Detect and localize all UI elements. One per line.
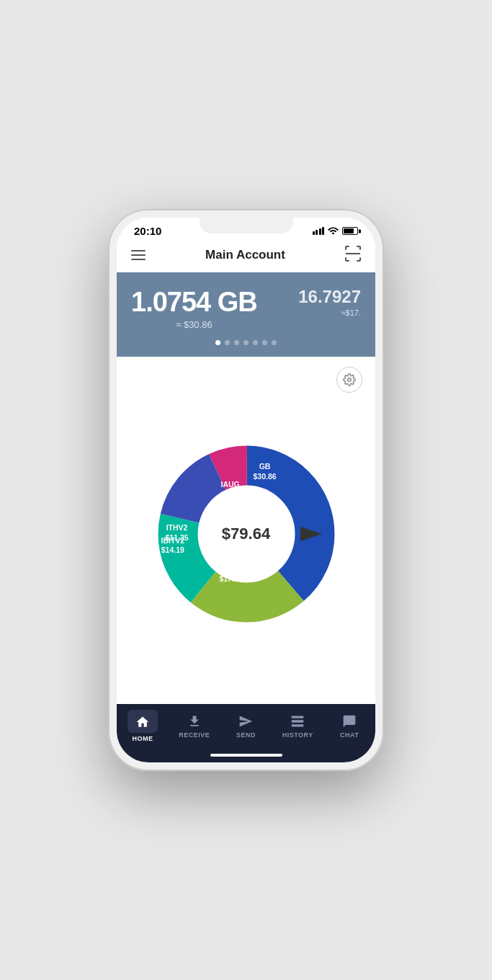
page-title: Main Account — [205, 248, 285, 262]
history-icon — [290, 713, 305, 729]
home-indicator — [210, 754, 282, 757]
dot-3[interactable] — [234, 340, 239, 345]
receive-icon — [187, 713, 202, 729]
nav-item-home[interactable]: HOME — [122, 710, 162, 742]
svg-rect-2 — [292, 716, 304, 718]
settings-button[interactable] — [336, 367, 362, 393]
status-time: 20:10 — [134, 225, 161, 237]
nav-label-history: HISTORY — [282, 731, 313, 739]
signal-icon — [313, 227, 325, 235]
bottom-nav: HOME RECEIVE SEND — [117, 704, 375, 751]
secondary-usd: ≈$17. — [298, 308, 361, 317]
home-icon — [135, 714, 151, 730]
secondary-amount: 16.7927 — [298, 287, 361, 307]
svg-point-1 — [348, 378, 352, 382]
nav-label-receive: RECEIVE — [179, 731, 210, 739]
wifi-icon — [328, 226, 339, 236]
banner-dots — [131, 340, 361, 345]
hamburger-menu-button[interactable] — [131, 250, 146, 260]
app-header: Main Account — [117, 240, 375, 272]
dot-7[interactable] — [272, 340, 277, 345]
donut-center: $79.64 — [207, 494, 286, 574]
dot-6[interactable] — [262, 340, 267, 345]
svg-rect-4 — [292, 724, 304, 726]
total-value: $79.64 — [222, 525, 270, 543]
phone-screen: 20:10 — [117, 218, 375, 762]
phone-frame: 20:10 — [108, 209, 384, 771]
chart-container: $79.64 GB $30.86 IUSDV2 $17.56 IBITV2 $1… — [117, 357, 375, 704]
nav-item-send[interactable]: SEND — [226, 713, 266, 739]
nav-label-home: HOME — [132, 735, 153, 742]
dot-4[interactable] — [243, 340, 249, 345]
send-icon — [238, 713, 254, 729]
primary-amount: 1.0754 GB — [131, 287, 257, 318]
notch — [200, 218, 293, 233]
nav-label-send: SEND — [236, 731, 256, 739]
nav-item-history[interactable]: HISTORY — [278, 713, 318, 739]
dot-1[interactable] — [215, 340, 220, 345]
scan-button[interactable] — [345, 246, 361, 264]
banner: 1.0754 GB ≈ $30.86 16.7927 ≈$17. — [117, 272, 375, 357]
battery-icon — [342, 227, 358, 235]
banner-primary: 1.0754 GB ≈ $30.86 — [131, 287, 257, 330]
donut-chart: $79.64 GB $30.86 IUSDV2 $17.56 IBITV2 $1… — [153, 440, 340, 628]
status-icons — [313, 226, 359, 236]
dot-2[interactable] — [225, 340, 230, 345]
nav-item-chat[interactable]: CHAT — [330, 713, 370, 739]
svg-rect-3 — [292, 720, 304, 722]
bottom-indicator — [117, 751, 375, 762]
nav-item-receive[interactable]: RECEIVE — [174, 713, 214, 739]
nav-label-chat: CHAT — [340, 731, 359, 739]
main-content: $79.64 GB $30.86 IUSDV2 $17.56 IBITV2 $1… — [117, 357, 375, 704]
dot-5[interactable] — [253, 340, 258, 345]
primary-usd: ≈ $30.86 — [131, 319, 257, 330]
banner-secondary: 16.7927 ≈$17. — [298, 287, 361, 317]
chat-icon — [341, 713, 357, 729]
